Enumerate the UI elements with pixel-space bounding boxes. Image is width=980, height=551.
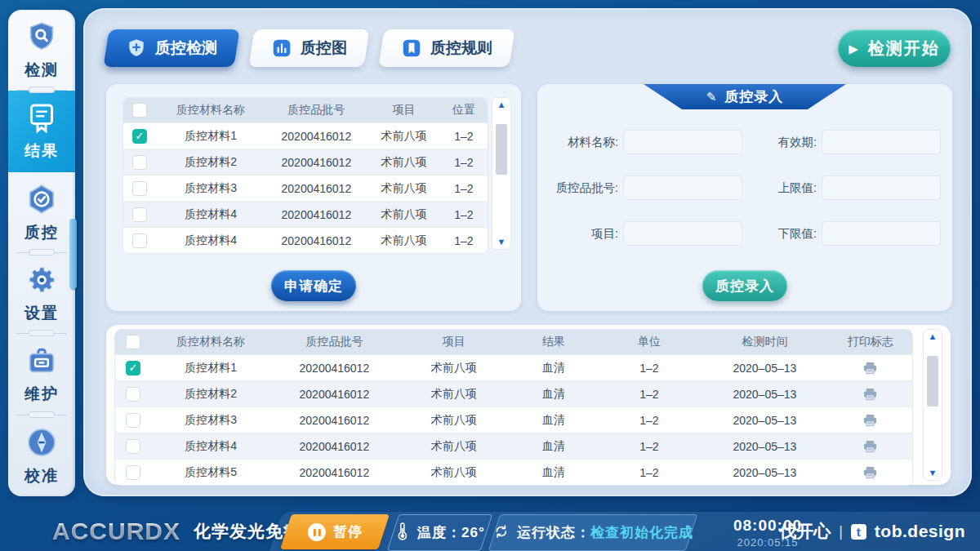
tab-qc-rules[interactable]: 质控规则: [378, 29, 514, 67]
column-header: 单位: [597, 335, 701, 349]
sidebar-item-label: 校准: [24, 465, 59, 487]
scrollbar[interactable]: ▲ ▼: [492, 97, 511, 250]
print-icon[interactable]: [828, 440, 911, 453]
lot-number-label: 质控品批号:: [555, 180, 618, 196]
checkbox-unchecked[interactable]: [132, 233, 147, 248]
form-field: 下限值:: [747, 221, 941, 246]
pause-label: 暂停: [333, 522, 363, 541]
print-icon[interactable]: [828, 362, 911, 375]
scroll-up-icon[interactable]: ▲: [497, 100, 506, 109]
checkbox-checked[interactable]: ✓: [132, 129, 147, 144]
table-cell: 1–2: [440, 130, 488, 143]
column-header: 结果: [510, 335, 597, 349]
form-field: 有效期:: [747, 130, 941, 154]
material-name-label: 材料名称:: [568, 135, 618, 150]
table-cell: 20200416012: [265, 156, 368, 169]
checkbox-unchecked[interactable]: [132, 207, 147, 222]
checkbox-unchecked[interactable]: [126, 439, 140, 454]
qc-selection-card: 质控材料名称质控品批号项目位置 ✓质控材料120200416012术前八项1–2…: [106, 84, 521, 311]
table-row: 质控材料220200416012术前八项血清1–22020–05–13: [115, 380, 912, 407]
table-cell: 术前八项: [368, 129, 440, 144]
temperature-indicator: 温度：26°: [387, 514, 493, 551]
sidebar: 检测 结果 质控 设置 维护: [8, 10, 75, 496]
sidebar-drag-handle[interactable]: [69, 219, 77, 289]
sidebar-item-qc[interactable]: 质控: [8, 172, 75, 253]
header-checkbox-cell: [123, 103, 156, 118]
lot-number-input[interactable]: [623, 176, 742, 200]
form-field: 上限值:: [747, 176, 941, 200]
apply-confirm-button[interactable]: 申请确定: [271, 270, 356, 301]
tab-qc-chart[interactable]: 质控图: [248, 29, 369, 67]
table-cell: 2020–05–13: [701, 388, 828, 401]
compass-icon: [24, 425, 59, 460]
table-cell: 血清: [510, 361, 597, 375]
print-icon[interactable]: [828, 414, 911, 427]
row-checkbox-cell: [123, 207, 156, 222]
row-checkbox-cell: [115, 465, 151, 480]
checkbox-unchecked[interactable]: [126, 335, 140, 349]
scrollbar[interactable]: ▲ ▼: [923, 329, 942, 481]
sidebar-item-settings[interactable]: 设置: [8, 253, 75, 334]
main-panel: 质控检测 质控图 质控规则 ▶ 检测开始 质控材料名称质控品批号项目位置: [83, 8, 972, 496]
sidebar-item-calibration[interactable]: 校准: [8, 415, 75, 496]
sidebar-item-maintenance[interactable]: 维护: [8, 334, 75, 415]
checkbox-unchecked[interactable]: [132, 181, 147, 196]
table-cell: 质控材料3: [151, 413, 270, 428]
row-checkbox-cell: [123, 233, 156, 248]
qc-entry-card: ✎ 质控录入 材料名称: 有效期: 质控品批号: 上限值:: [537, 84, 952, 311]
sidebar-item-results[interactable]: 结果: [8, 91, 75, 171]
qc-results-card: 质控材料名称质控品批号项目结果单位检测时间打印标志 ✓质控材料120200416…: [106, 325, 951, 485]
table-cell: 术前八项: [368, 181, 440, 196]
row-checkbox-cell: [115, 387, 151, 402]
row-checkbox-cell: [123, 181, 156, 196]
pause-icon: [308, 523, 326, 541]
lower-limit-input[interactable]: [822, 221, 941, 246]
sidebar-item-label: 检测: [24, 60, 59, 81]
tab-qc-detection[interactable]: 质控检测: [103, 29, 239, 67]
scroll-down-icon[interactable]: ▼: [497, 238, 506, 247]
row-checkbox-cell: ✓: [115, 361, 151, 375]
tab-label: 质控检测: [155, 38, 217, 59]
upper-limit-label: 上限值:: [777, 180, 817, 196]
checkbox-unchecked[interactable]: [132, 155, 147, 170]
start-detection-button[interactable]: ▶ 检测开始: [838, 29, 951, 67]
sidebar-item-label: 质控: [24, 222, 59, 243]
project-input[interactable]: [623, 221, 742, 246]
checkbox-unchecked[interactable]: [126, 387, 140, 402]
pencil-icon: ✎: [706, 90, 718, 104]
print-icon[interactable]: [828, 466, 911, 479]
row-checkbox-cell: [115, 413, 151, 428]
upper-limit-input[interactable]: [822, 176, 941, 200]
table-row: ✓质控材料120200416012术前八项1–2: [123, 122, 488, 149]
row-checkbox-cell: ✓: [123, 129, 156, 144]
scroll-down-icon[interactable]: ▼: [929, 469, 938, 478]
scrollbar-thumb[interactable]: [496, 124, 507, 175]
expiry-input[interactable]: [822, 130, 941, 154]
qc-results-table: 质控材料名称质控品批号项目结果单位检测时间打印标志 ✓质控材料120200416…: [114, 329, 913, 486]
print-icon[interactable]: [828, 388, 911, 401]
scrollbar-thumb[interactable]: [927, 356, 938, 407]
scroll-up-icon[interactable]: ▲: [929, 332, 938, 341]
temperature-text: 温度：26°: [417, 523, 485, 542]
checkbox-unchecked[interactable]: [126, 465, 140, 480]
sidebar-item-label: 维护: [24, 384, 59, 405]
material-name-input[interactable]: [623, 130, 742, 154]
checkbox-unchecked[interactable]: [132, 103, 147, 118]
table-cell: 20200416012: [270, 388, 398, 401]
column-header: 质控品批号: [270, 335, 398, 349]
pause-button[interactable]: 暂停: [280, 514, 390, 549]
qc-entry-badge: ✎ 质控录入: [644, 84, 846, 109]
table-cell: 20200416012: [265, 208, 368, 221]
watermark-brand: tob.design: [875, 522, 965, 541]
table-row: 质控材料420200416012术前八项1–2: [123, 227, 488, 253]
checkbox-unchecked[interactable]: [126, 413, 140, 428]
checkbox-checked[interactable]: ✓: [126, 361, 140, 375]
watermark-divider: |: [839, 523, 843, 540]
sidebar-item-detect[interactable]: 检测: [8, 10, 75, 91]
table-header-row: 质控材料名称质控品批号项目位置: [123, 98, 488, 122]
tab-bar: 质控检测 质控图 质控规则: [106, 29, 512, 67]
sidebar-item-label: 结果: [24, 140, 59, 162]
qc-entry-form: 材料名称: 有效期: 质控品批号: 上限值: 项目:: [549, 130, 941, 246]
qc-entry-submit-button[interactable]: 质控录入: [702, 270, 787, 301]
watermark-name: 伐开心: [779, 520, 831, 543]
